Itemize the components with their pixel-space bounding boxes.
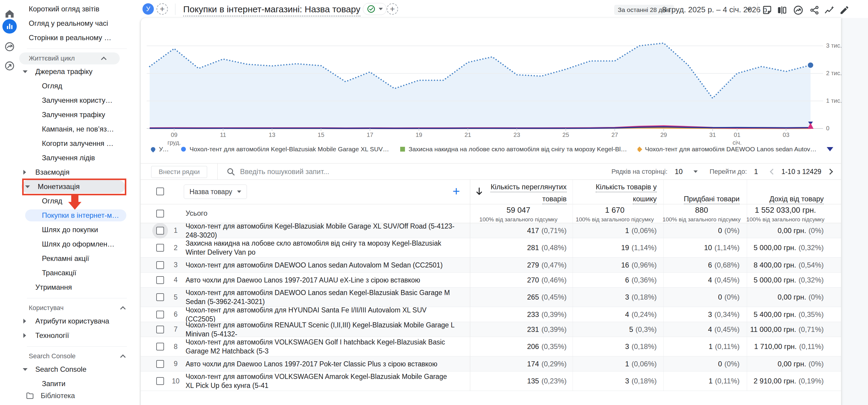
sidebar-item-label: Огляд: [19, 82, 62, 90]
column-header[interactable]: Кількість товарів укошику: [572, 180, 663, 204]
sidebar-item[interactable]: Залучення лідів: [19, 151, 139, 165]
table-row[interactable]: 8Чохол-тент для автомобіля VOLKSWAGEN Go…: [141, 337, 841, 356]
row-checkbox[interactable]: [156, 293, 164, 301]
add-metric-button[interactable]: +: [453, 185, 460, 198]
sidebar-item[interactable]: Шлях до покупки: [19, 223, 139, 237]
chevron-down-icon: [379, 8, 383, 10]
table-row[interactable]: 1Чохол-тент для автомобіля Kegel-Blazusi…: [141, 223, 841, 238]
add-report-button[interactable]: +: [387, 3, 398, 15]
row-checkbox[interactable]: [156, 227, 164, 235]
date-range[interactable]: 8 груд. 2025 р. – 4 січ. 2026 р.: [662, 5, 769, 15]
legend-item[interactable]: Захисна накидна на лобове скло автомобіл…: [400, 146, 627, 153]
sidebar-item[interactable]: Утримання: [19, 280, 139, 294]
sidebar-item[interactable]: Сторінки в реальному часі: [19, 31, 139, 45]
reports-icon[interactable]: [2, 19, 17, 33]
sidebar-item[interactable]: Монетизація: [22, 180, 125, 193]
table-row[interactable]: 2Захисна накидна на лобове скло автомобі…: [141, 238, 841, 258]
sidebar-item-library[interactable]: Бібліотека: [19, 386, 139, 405]
sidebar-item[interactable]: Користувач: [19, 302, 139, 314]
ab-compare-icon[interactable]: [776, 4, 788, 16]
row-checkbox[interactable]: [156, 244, 164, 252]
sidebar-item[interactable]: Джерела трафіку: [19, 64, 139, 79]
sidebar-item[interactable]: Огляд у реальному часі: [19, 16, 139, 31]
edit-icon[interactable]: [838, 4, 850, 16]
sidebar-item[interactable]: Залучення користувачів: [19, 93, 139, 108]
table-row[interactable]: 6Чохол-тент для автомобіля для HYUNDAI S…: [141, 307, 841, 322]
sidebar-item[interactable]: Короткий огляд звітів: [19, 2, 139, 16]
home-icon[interactable]: [2, 7, 17, 21]
sidebar-item-selected[interactable]: Покупки в інтернет-магаз...: [25, 209, 126, 221]
sidebar-item[interactable]: Когорти залучення корис...: [19, 136, 139, 151]
data-quality-badge[interactable]: [363, 3, 387, 15]
sparkline-icon[interactable]: [824, 4, 835, 16]
timeseries-chart[interactable]: 09груд.111315171921232527293101січ.03: [147, 33, 835, 147]
rows-per-page-value[interactable]: 10: [675, 168, 683, 176]
caret-right-icon[interactable]: [23, 333, 26, 338]
chart-legend: УсьогоЧохол-тент для автомобіля Kegel-Bl…: [151, 146, 833, 153]
table-row[interactable]: 3Чохол-тент для автомобіля DAEWOO Lanos …: [141, 258, 841, 272]
share-icon[interactable]: [808, 4, 820, 16]
sidebar-item[interactable]: Трансакції: [19, 266, 139, 280]
sidebar-item[interactable]: Search Console: [19, 362, 139, 377]
legend-item[interactable]: Усього: [151, 146, 171, 153]
row-checkbox[interactable]: [156, 311, 164, 318]
dimension-selector[interactable]: Назва товару: [184, 184, 247, 199]
sidebar-item[interactable]: Огляд: [19, 194, 139, 208]
notes-icon[interactable]: [761, 4, 773, 16]
totals-checkbox[interactable]: [156, 210, 164, 218]
sidebar-item[interactable]: Атрибути користувача: [19, 314, 139, 328]
date-caret-icon[interactable]: [746, 8, 751, 11]
legend-item[interactable]: Чохол-тент для автомобіля Kegel-Blazusia…: [181, 146, 390, 153]
sidebar-item[interactable]: Шлях до оформлення зам...: [19, 237, 139, 251]
table-row[interactable]: 7Чохол-тент для автомобіля RENAULT Sceni…: [141, 322, 841, 337]
sidebar-item-label: Користувач: [19, 304, 64, 312]
column-header[interactable]: Кількість переглянутихтоварів: [470, 180, 572, 204]
insights-icon[interactable]: [792, 4, 804, 16]
caret-right-icon[interactable]: [23, 170, 26, 175]
prev-page-icon[interactable]: [770, 169, 776, 175]
caret-right-icon[interactable]: [23, 319, 26, 323]
row-checkbox[interactable]: [156, 360, 164, 368]
next-page-icon[interactable]: [827, 169, 833, 175]
sidebar-item[interactable]: Кампанія, не пов’язана з ...: [19, 122, 139, 136]
table-row[interactable]: 4Авто чохли для Daewoo Lanos 1997-2017 A…: [141, 272, 841, 288]
column-header[interactable]: Придбані товари: [663, 180, 747, 204]
sidebar-item[interactable]: Рекламні акції: [19, 251, 139, 266]
sidebar-item[interactable]: Огляд: [19, 79, 139, 93]
explore-icon[interactable]: [2, 39, 17, 54]
select-all-checkbox[interactable]: [156, 187, 164, 195]
import-rows-button[interactable]: Внести рядки: [151, 166, 207, 178]
caret-down-icon[interactable]: [23, 70, 28, 73]
row-checkbox[interactable]: [156, 261, 164, 269]
row-checkbox[interactable]: [156, 377, 164, 385]
sidebar-item[interactable]: Search Console: [19, 350, 139, 362]
sidebar-item-label: Монетизація: [22, 182, 80, 191]
row-checkbox[interactable]: [156, 276, 164, 284]
search-input[interactable]: [240, 168, 467, 176]
row-checkbox[interactable]: [156, 326, 164, 334]
rows-per-page-caret-icon[interactable]: [693, 170, 698, 173]
avatar[interactable]: У: [143, 3, 154, 15]
caret-down-icon[interactable]: [25, 185, 30, 188]
collapse-chevron-icon[interactable]: [120, 306, 125, 312]
collapse-chevron-icon[interactable]: [120, 354, 125, 360]
legend-expand-icon[interactable]: [827, 147, 833, 151]
caret-down-icon[interactable]: [23, 368, 28, 371]
table-row[interactable]: 10Чохол-тент для автомобіля VOLKSWAGEN A…: [141, 372, 841, 391]
page-title[interactable]: Покупки в інтернет-магазині: Назва товар…: [183, 4, 360, 17]
legend-item[interactable]: Чохол-тент для автомобіля DAEWOO Lanos s…: [638, 146, 816, 153]
table-row[interactable]: 9Авто чохли для Daewoo Lanos 1997-2017 P…: [141, 356, 841, 372]
sidebar-item[interactable]: Взаємодія: [19, 165, 139, 179]
sidebar-item[interactable]: Життєвий цикл: [19, 52, 120, 64]
goto-value[interactable]: 1: [754, 168, 758, 176]
add-comparison-button[interactable]: +: [157, 3, 168, 15]
metric-cell: 2 910,00 грн.(0,19%): [747, 372, 841, 390]
table-row[interactable]: 5Чохол-тент для автомобіля DAEWOO Lanos …: [141, 288, 841, 307]
collapse-chevron-icon[interactable]: [101, 57, 106, 62]
row-checkbox[interactable]: [156, 343, 164, 350]
column-header[interactable]: Дохід від товару: [747, 180, 841, 204]
row-number: 8: [169, 337, 182, 356]
sidebar-item[interactable]: Залучення трафіку: [19, 108, 139, 122]
advertising-icon[interactable]: [2, 59, 17, 73]
sidebar-item[interactable]: Технології: [19, 328, 139, 343]
